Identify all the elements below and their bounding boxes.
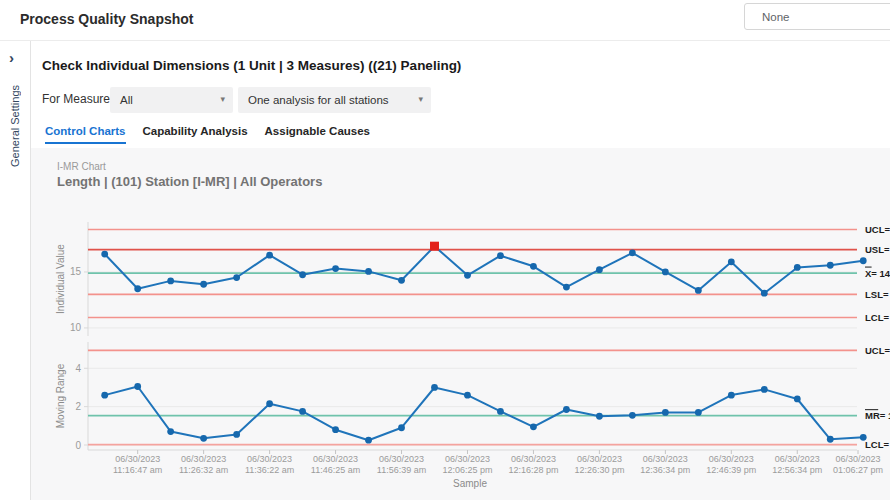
general-settings-sidebar: › General Settings xyxy=(0,41,31,500)
svg-text:12:16:28 pm: 12:16:28 pm xyxy=(508,465,558,475)
svg-text:06/30/2023: 06/30/2023 xyxy=(835,454,880,464)
svg-text:Moving Range: Moving Range xyxy=(55,363,66,428)
svg-text:Sample: Sample xyxy=(453,478,487,489)
svg-text:06/30/2023: 06/30/2023 xyxy=(709,454,754,464)
svg-text:06/30/2023: 06/30/2023 xyxy=(181,454,226,464)
analysis-dropdown-value: One analysis for all stations xyxy=(248,94,389,106)
svg-text:06/30/2023: 06/30/2023 xyxy=(643,454,688,464)
svg-text:LCL=: LCL= xyxy=(865,439,889,450)
svg-text:2: 2 xyxy=(75,401,81,412)
svg-text:12:06:25 pm: 12:06:25 pm xyxy=(442,465,492,475)
imr-chart-canvas: 1015Individual ValueUCL=USL=X= 14LSL=LCL… xyxy=(31,148,890,500)
measure-dropdown-value: All xyxy=(120,94,133,106)
svg-text:06/30/2023: 06/30/2023 xyxy=(445,454,490,464)
svg-text:X= 14: X= 14 xyxy=(865,268,890,279)
tab-assignable-causes[interactable]: Assignable Causes xyxy=(265,125,370,144)
svg-text:11:16:47 am: 11:16:47 am xyxy=(113,465,162,475)
svg-text:Individual Value: Individual Value xyxy=(55,244,66,314)
svg-text:10: 10 xyxy=(70,322,82,333)
expand-chevron-icon[interactable]: › xyxy=(9,49,14,66)
svg-text:12:36:34 pm: 12:36:34 pm xyxy=(640,465,690,475)
svg-text:06/30/2023: 06/30/2023 xyxy=(379,454,424,464)
page-title: Check Individual Dimensions (1 Unit | 3 … xyxy=(42,58,461,73)
chevron-down-icon: ▾ xyxy=(418,94,423,104)
svg-text:11:56:39 am: 11:56:39 am xyxy=(377,465,426,475)
tab-bar: Control Charts Capability Analysis Assig… xyxy=(45,125,370,144)
svg-text:15: 15 xyxy=(70,266,82,277)
none-dropdown[interactable]: None xyxy=(744,3,890,30)
svg-text:06/30/2023: 06/30/2023 xyxy=(313,454,358,464)
app-header: Process Quality Snapshot None xyxy=(0,0,890,41)
measure-dropdown[interactable]: All ▾ xyxy=(110,87,233,113)
svg-text:12:26:30 pm: 12:26:30 pm xyxy=(574,465,624,475)
svg-text:4: 4 xyxy=(75,363,81,374)
svg-text:06/30/2023: 06/30/2023 xyxy=(115,454,160,464)
svg-text:USL=: USL= xyxy=(865,244,890,255)
svg-text:UCL=: UCL= xyxy=(865,345,890,356)
svg-text:12:56:34 pm: 12:56:34 pm xyxy=(772,465,822,475)
for-measure-label: For Measure: xyxy=(42,92,113,106)
svg-text:11:26:32 am: 11:26:32 am xyxy=(179,465,228,475)
svg-text:11:36:22 am: 11:36:22 am xyxy=(245,465,294,475)
svg-text:UCL=: UCL= xyxy=(865,224,890,235)
tab-control-charts[interactable]: Control Charts xyxy=(45,125,126,144)
svg-text:LCL=: LCL= xyxy=(865,312,889,323)
svg-text:06/30/2023: 06/30/2023 xyxy=(775,454,820,464)
sidebar-vertical-label[interactable]: General Settings xyxy=(9,85,21,167)
content-header: Check Individual Dimensions (1 Unit | 3 … xyxy=(31,41,890,148)
chart-type-label: I-MR Chart xyxy=(57,161,106,172)
svg-text:MR= 1: MR= 1 xyxy=(865,410,890,421)
process-quality-app: Process Quality Snapshot None › General … xyxy=(0,0,890,500)
app-title: Process Quality Snapshot xyxy=(20,11,194,27)
svg-text:01:06:27 pm: 01:06:27 pm xyxy=(833,465,883,475)
svg-text:06/30/2023: 06/30/2023 xyxy=(577,454,622,464)
control-charts-panel: I-MR Chart Length | (101) Station [I-MR]… xyxy=(31,148,890,500)
chart-title: Length | (101) Station [I-MR] | All Oper… xyxy=(57,174,322,189)
tab-capability-analysis[interactable]: Capability Analysis xyxy=(143,125,248,144)
svg-text:06/30/2023: 06/30/2023 xyxy=(511,454,556,464)
svg-text:0: 0 xyxy=(75,440,81,451)
svg-text:LSL=: LSL= xyxy=(865,289,889,300)
svg-text:06/30/2023: 06/30/2023 xyxy=(247,454,292,464)
chevron-down-icon: ▾ xyxy=(220,94,225,104)
none-dropdown-value: None xyxy=(762,11,790,23)
svg-text:12:46:39 pm: 12:46:39 pm xyxy=(706,465,756,475)
analysis-dropdown[interactable]: One analysis for all stations ▾ xyxy=(238,87,431,113)
svg-text:11:46:25 am: 11:46:25 am xyxy=(311,465,360,475)
